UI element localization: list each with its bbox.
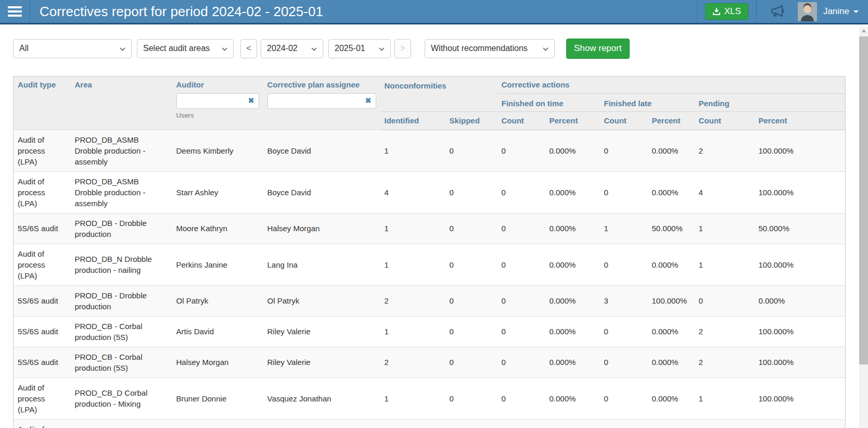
- cell-finished-late-count: 1: [600, 213, 648, 244]
- cell-identified: 4: [380, 419, 445, 428]
- cell-assignee: Lang Ina: [263, 244, 380, 285]
- cell-auditor: Perkins Janine: [172, 244, 263, 285]
- cell-finished-on-time-percent: 0.000%: [545, 244, 600, 285]
- cell-area: PROD_DB_ASMB Drobble production - assemb…: [71, 130, 172, 171]
- auditor-filter-input[interactable]: [181, 96, 248, 106]
- cell-auditor: Halsey Morgan: [172, 347, 263, 377]
- vertical-scrollbar[interactable]: [859, 27, 868, 428]
- cell-pending-percent: 100.000%: [755, 347, 846, 377]
- table-row: Audit of process (LPA)PROD_CB_D Corbal p…: [14, 377, 846, 419]
- cell-identified: 2: [380, 347, 445, 377]
- cell-finished-late-count: 0: [600, 377, 648, 419]
- cell-identified: 4: [380, 171, 445, 213]
- cell-pending-percent: 50.000%: [755, 213, 846, 244]
- cell-area: PROD_DB_ASMB Drobble production - assemb…: [71, 171, 172, 213]
- period-to-select[interactable]: 2025-01: [328, 39, 391, 58]
- cell-finished-late-percent: 0.000%: [648, 347, 695, 377]
- cell-pending-count: 2: [695, 130, 755, 171]
- cell-finished-on-time-count: 0: [497, 419, 545, 428]
- cell-finished-on-time-count: 0: [497, 244, 545, 285]
- audit-type-select[interactable]: All: [13, 39, 132, 58]
- chevron-down-icon: [120, 44, 125, 53]
- group-header-corrective-actions: Corrective actions: [497, 77, 846, 94]
- cell-finished-late-percent: 0.000%: [648, 130, 695, 171]
- auditor-header-label: Auditor: [176, 80, 259, 90]
- cell-assignee: Boyce David: [263, 130, 380, 171]
- clear-icon[interactable]: ✖: [365, 96, 372, 105]
- cell-auditor: Perkins Janine: [172, 419, 263, 428]
- audit-areas-select-value: Select audit areas: [143, 44, 210, 53]
- xls-download-button[interactable]: XLS: [705, 3, 748, 20]
- cell-finished-on-time-count: 0: [497, 130, 545, 171]
- cell-identified: 2: [380, 285, 445, 316]
- cell-skipped: 0: [445, 244, 497, 285]
- cell-assignee: Halsey Morgan: [263, 213, 380, 244]
- cell-skipped: 0: [445, 347, 497, 377]
- cell-assignee: Boyce David: [263, 171, 380, 213]
- clear-icon[interactable]: ✖: [248, 96, 254, 105]
- cell-finished-on-time-percent: 0.000%: [545, 377, 600, 419]
- cell-pending-count: 4: [695, 171, 755, 213]
- megaphone-icon[interactable]: [764, 5, 790, 18]
- chevron-down-icon: [222, 44, 227, 53]
- scroll-up-button[interactable]: [859, 27, 868, 35]
- cell-finished-late-count: 0: [600, 171, 648, 213]
- cell-pending-percent: 100.000%: [755, 419, 846, 428]
- group-header-finished-late: Finished late: [600, 93, 695, 112]
- recommendations-select-value: Without recommendations: [431, 44, 528, 53]
- cell-finished-late-count: 0: [600, 419, 648, 428]
- next-period-button[interactable]: >: [394, 39, 411, 58]
- top-navbar: Correctives report for period 2024-02 - …: [0, 0, 868, 24]
- user-avatar[interactable]: [798, 2, 817, 21]
- period-from-select[interactable]: 2024-02: [261, 39, 323, 58]
- assignee-filter-input[interactable]: [272, 96, 365, 106]
- cell-identified: 1: [380, 244, 445, 285]
- cell-finished-late-count: 0: [600, 347, 648, 377]
- auditor-caption: Users: [176, 111, 259, 120]
- cell-finished-on-time-percent: 0.000%: [545, 285, 600, 316]
- page-title: Correctives report for period 2024-02 - …: [30, 0, 323, 23]
- hamburger-icon: [8, 6, 22, 8]
- scrollbar-thumb[interactable]: [859, 36, 868, 364]
- cell-finished-late-percent: 0.000%: [648, 377, 695, 419]
- audit-type-select-value: All: [19, 44, 29, 53]
- cell-identified: 1: [380, 213, 445, 244]
- cell-pending-count: 2: [695, 347, 755, 377]
- cell-finished-on-time-percent: 0.000%: [545, 347, 600, 377]
- cell-identified: 1: [380, 130, 445, 171]
- cell-identified: 1: [380, 377, 445, 419]
- cell-skipped: 0: [445, 285, 497, 316]
- column-header-identified: Identified: [380, 112, 445, 130]
- user-name-label: Janine: [823, 6, 849, 17]
- cell-finished-on-time-percent: 0.000%: [545, 171, 600, 213]
- period-to-value: 2025-01: [335, 44, 365, 53]
- cell-audit-type: Audit of process (LPA): [14, 130, 71, 171]
- cell-pending-percent: 100.000%: [755, 377, 846, 419]
- table-row: Audit of process (LPA)PROD_DB_ASMB Drobb…: [14, 130, 846, 171]
- cell-audit-type: Audit of process (LPA): [14, 377, 71, 419]
- cell-finished-late-count: 0: [600, 130, 648, 171]
- audit-areas-select[interactable]: Select audit areas: [137, 39, 234, 58]
- cell-finished-late-percent: 0.000%: [648, 171, 695, 213]
- cell-auditor: Deems Kimberly: [172, 130, 263, 171]
- caret-down-icon: [853, 10, 859, 13]
- cell-finished-on-time-percent: 0.000%: [545, 213, 600, 244]
- cell-skipped: 0: [445, 419, 497, 428]
- show-report-button[interactable]: Show report: [566, 39, 630, 59]
- table-row: Audit of process (LPA)PROD_CB_D Corbal p…: [14, 419, 846, 428]
- menu-button[interactable]: [0, 0, 30, 23]
- report-table-container: Audit type Area Auditor ✖ Users Correcti…: [13, 76, 854, 428]
- column-header-fl-count: Count: [600, 112, 648, 130]
- table-row: 5S/6S auditPROD_CB - Corbal production (…: [14, 316, 846, 347]
- cell-pending-count: 4: [695, 419, 755, 428]
- cell-assignee: Vasquez Jonathan: [263, 377, 380, 419]
- user-menu[interactable]: Janine: [823, 6, 862, 17]
- table-row: Audit of process (LPA)PROD_DB_N Drobble …: [14, 244, 846, 285]
- previous-period-button[interactable]: <: [240, 39, 257, 58]
- cell-pending-percent: 100.000%: [755, 316, 846, 347]
- recommendations-select[interactable]: Without recommendations: [425, 39, 555, 58]
- cell-pending-count: 1: [695, 244, 755, 285]
- user-section: Janine: [756, 0, 868, 23]
- cell-area: PROD_CB_D Corbal production - Mixing: [71, 377, 172, 419]
- cell-finished-on-time-count: 0: [497, 171, 545, 213]
